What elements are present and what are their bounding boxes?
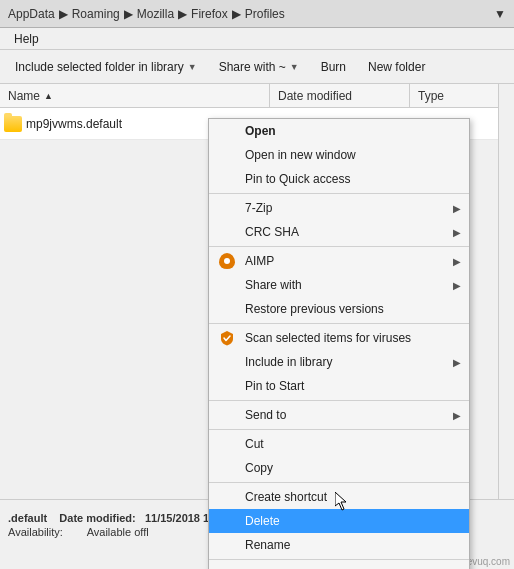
breadcrumb-bar: AppData ▶ Roaming ▶ Mozilla ▶ Firefox ▶ …: [0, 0, 514, 28]
ctx-share-with[interactable]: Share with ▶: [209, 273, 469, 297]
breadcrumb-sep-3: ▶: [178, 7, 187, 21]
ctx-send-to-arrow: ▶: [453, 410, 461, 421]
ctx-copy[interactable]: Copy: [209, 456, 469, 480]
menu-help[interactable]: Help: [6, 30, 47, 48]
ctx-pin-quick-access[interactable]: Pin to Quick access: [209, 167, 469, 191]
name-sort-icon: ▲: [44, 91, 53, 101]
ctx-restore-previous[interactable]: Restore previous versions: [209, 297, 469, 321]
ctx-7zip[interactable]: 7-Zip ▶: [209, 196, 469, 220]
ctx-scan-viruses[interactable]: Scan selected items for viruses: [209, 326, 469, 350]
new-folder-button[interactable]: New folder: [359, 55, 434, 79]
ctx-pin-start[interactable]: Pin to Start: [209, 374, 469, 398]
ctx-sep-5: [209, 429, 469, 430]
status-date-value: 11/15/2018 1:: [145, 512, 213, 524]
breadcrumb-appdata[interactable]: AppData: [8, 7, 55, 21]
ctx-crc-sha-arrow: ▶: [453, 227, 461, 238]
menu-bar: Help: [0, 28, 514, 50]
ctx-open[interactable]: Open: [209, 119, 469, 143]
ctx-rename[interactable]: Rename: [209, 533, 469, 557]
ctx-properties[interactable]: Properties: [209, 562, 469, 569]
breadcrumb-roaming[interactable]: Roaming: [72, 7, 120, 21]
column-header-name[interactable]: Name ▲: [0, 84, 270, 107]
breadcrumb-dropdown-icon[interactable]: ▼: [494, 7, 506, 21]
ctx-sep-7: [209, 559, 469, 560]
folder-icon: [4, 115, 22, 133]
ctx-share-with-arrow: ▶: [453, 280, 461, 291]
ctx-cut[interactable]: Cut: [209, 432, 469, 456]
ctx-sep-6: [209, 482, 469, 483]
ctx-aimp[interactable]: AIMP ▶: [209, 249, 469, 273]
aimp-icon: [217, 251, 237, 271]
breadcrumb-sep-2: ▶: [124, 7, 133, 21]
share-with-button[interactable]: Share with ~ ▼: [210, 55, 308, 79]
ctx-send-to[interactable]: Send to ▶: [209, 403, 469, 427]
breadcrumb-profiles[interactable]: Profiles: [245, 7, 285, 21]
ctx-sep-3: [209, 323, 469, 324]
burn-button[interactable]: Burn: [312, 55, 355, 79]
ctx-sep-2: [209, 246, 469, 247]
ctx-create-shortcut[interactable]: Create shortcut: [209, 485, 469, 509]
ctx-include-library-arrow: ▶: [453, 357, 461, 368]
ctx-open-new-window[interactable]: Open in new window: [209, 143, 469, 167]
status-date-label: Date modified:: [59, 512, 135, 524]
breadcrumb-sep-4: ▶: [232, 7, 241, 21]
file-list-header: Name ▲ Date modified Type: [0, 84, 514, 108]
toolbar: Include selected folder in library ▼ Sha…: [0, 50, 514, 84]
include-library-button[interactable]: Include selected folder in library ▼: [6, 55, 206, 79]
ctx-include-library[interactable]: Include in library ▶: [209, 350, 469, 374]
ctx-sep-1: [209, 193, 469, 194]
status-availability-label: Availability:: [8, 526, 63, 538]
ctx-7zip-arrow: ▶: [453, 203, 461, 214]
scrollbar[interactable]: [498, 84, 514, 499]
ctx-sep-4: [209, 400, 469, 401]
breadcrumb-mozilla[interactable]: Mozilla: [137, 7, 174, 21]
include-library-caret: ▼: [188, 62, 197, 72]
ctx-crc-sha[interactable]: CRC SHA ▶: [209, 220, 469, 244]
status-availability-value: Available offl: [87, 526, 149, 538]
share-with-caret: ▼: [290, 62, 299, 72]
avast-icon: [217, 328, 237, 348]
breadcrumb-sep-1: ▶: [59, 7, 68, 21]
column-header-date[interactable]: Date modified: [270, 84, 410, 107]
ctx-aimp-arrow: ▶: [453, 256, 461, 267]
context-menu: Open Open in new window Pin to Quick acc…: [208, 118, 470, 569]
breadcrumb-firefox[interactable]: Firefox: [191, 7, 228, 21]
file-name[interactable]: mp9jvwms.default: [26, 117, 122, 131]
ctx-delete[interactable]: Delete: [209, 509, 469, 533]
